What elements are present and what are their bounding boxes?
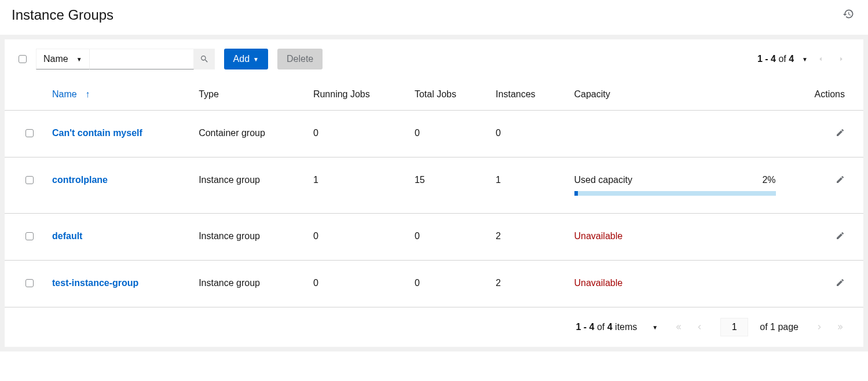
instance-group-link[interactable]: default (52, 231, 82, 241)
footer-items-text: 1 - 4 of 4 items (576, 322, 637, 332)
table-row: controlplane Instance group 1 15 1 Used … (5, 157, 863, 214)
edit-icon[interactable] (836, 231, 845, 240)
running-jobs-cell: 0 (304, 111, 405, 157)
caret-down-icon: ▼ (253, 56, 259, 63)
capacity-unavailable: Unavailable (574, 278, 623, 288)
last-page-button[interactable] (831, 318, 849, 336)
select-all-checkbox[interactable] (19, 55, 27, 63)
table-row: test-instance-group Instance group 0 0 2… (5, 261, 863, 307)
column-header-running-jobs: Running Jobs (304, 79, 405, 111)
chevron-double-right-icon (836, 323, 844, 331)
instances-cell: 2 (486, 214, 565, 261)
capacity-cell: Unavailable (565, 214, 785, 261)
running-jobs-cell: 0 (304, 214, 405, 261)
row-checkbox[interactable] (25, 176, 34, 184)
type-cell: Instance group (189, 214, 304, 261)
edit-icon[interactable] (836, 278, 845, 287)
instances-cell: 2 (486, 261, 565, 307)
edit-icon[interactable] (836, 175, 845, 184)
add-button-label: Add (233, 54, 250, 64)
filter-input[interactable] (90, 49, 194, 69)
caret-down-icon: ▼ (76, 56, 82, 63)
capacity-percent: 2% (762, 175, 775, 185)
total-jobs-cell: 0 (405, 214, 486, 261)
footer-page-text: of 1 page (760, 322, 799, 332)
chevron-left-icon (816, 55, 825, 63)
instances-cell: 0 (486, 111, 565, 157)
caret-down-icon[interactable]: ▼ (652, 324, 658, 331)
next-page-button[interactable] (833, 51, 849, 67)
table-row: default Instance group 0 0 2 Unavailable (5, 214, 863, 261)
history-icon[interactable] (843, 8, 856, 22)
search-icon (200, 54, 209, 64)
type-cell: Container group (189, 111, 304, 157)
instance-group-link[interactable]: test-instance-group (52, 278, 138, 288)
instances-cell: 1 (486, 157, 565, 214)
column-header-total-jobs: Total Jobs (405, 79, 486, 111)
type-cell: Instance group (189, 261, 304, 307)
first-page-button[interactable] (669, 318, 688, 336)
row-checkbox[interactable] (25, 232, 34, 240)
add-button[interactable]: Add ▼ (224, 49, 268, 69)
running-jobs-cell: 1 (304, 157, 405, 214)
chevron-left-icon (695, 323, 704, 331)
capacity-progress-bar (574, 191, 776, 196)
filter-field-label: Name (43, 54, 68, 64)
column-header-actions: Actions (785, 79, 863, 111)
capacity-cell: Used capacity 2% (565, 157, 785, 214)
column-header-name[interactable]: Name ↑ (43, 79, 189, 111)
delete-button-label: Delete (287, 54, 313, 64)
instance-group-link[interactable]: Can't contain myself (52, 128, 142, 138)
total-jobs-cell: 15 (405, 157, 486, 214)
chevron-right-icon (837, 55, 845, 63)
edit-icon[interactable] (836, 128, 845, 137)
capacity-unavailable: Unavailable (574, 231, 623, 241)
column-header-instances: Instances (486, 79, 565, 111)
page-number-input[interactable] (720, 318, 748, 336)
type-cell: Instance group (189, 157, 304, 214)
total-jobs-cell: 0 (405, 111, 486, 157)
delete-button: Delete (277, 49, 323, 69)
row-checkbox[interactable] (25, 279, 34, 287)
column-header-capacity: Capacity (565, 79, 785, 111)
instance-group-link[interactable]: controlplane (52, 175, 108, 185)
capacity-label: Used capacity (574, 175, 633, 185)
page-title: Instance Groups (12, 7, 113, 23)
capacity-cell (565, 111, 785, 157)
running-jobs-cell: 0 (304, 261, 405, 307)
chevron-right-icon (815, 323, 823, 331)
sort-asc-icon: ↑ (85, 89, 90, 99)
prev-page-button[interactable] (690, 318, 709, 336)
total-jobs-cell: 0 (405, 261, 486, 307)
capacity-cell: Unavailable (565, 261, 785, 307)
chevron-double-left-icon (675, 323, 683, 331)
column-header-type: Type (189, 79, 304, 111)
caret-down-icon[interactable]: ▼ (802, 56, 808, 63)
filter-field-dropdown[interactable]: Name ▼ (36, 49, 90, 69)
prev-page-button[interactable] (812, 51, 829, 67)
search-button[interactable] (194, 49, 215, 69)
next-page-button[interactable] (810, 318, 829, 336)
instance-groups-table: Name ↑ Type Running Jobs Total Jobs Inst… (5, 79, 863, 307)
row-checkbox[interactable] (25, 129, 34, 137)
top-pagination-text: 1 - 4 of 4 (757, 54, 794, 64)
table-row: Can't contain myself Container group 0 0… (5, 111, 863, 157)
